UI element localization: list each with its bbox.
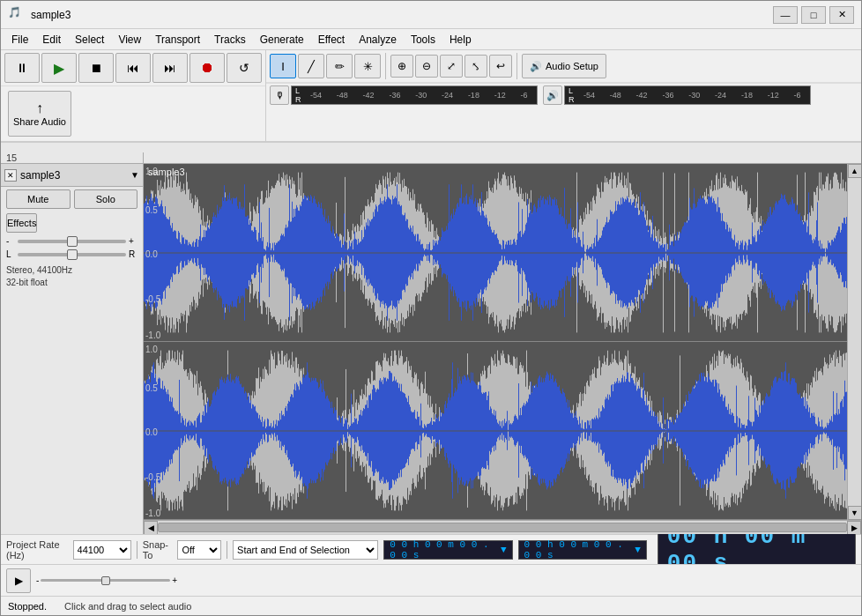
menu-item-effect[interactable]: Effect [311, 32, 352, 48]
menu-item-edit[interactable]: Edit [35, 32, 68, 48]
waveform-and-scroll: sample3 ▲ ▼ [144, 164, 861, 520]
waveform-main[interactable]: sample3 [144, 164, 847, 520]
minimize-button[interactable]: — [773, 6, 798, 24]
output-meter[interactable]: LR -54-48-42-36-30-24-18-12-6 [564, 85, 811, 105]
selection-tool-button[interactable]: I [270, 54, 296, 78]
hint-text: Click and drag to select audio [64, 601, 191, 612]
audio-setup-label: Audio Setup [546, 61, 598, 71]
hscroll-right-button[interactable]: ▶ [847, 521, 861, 535]
start-time-arrow[interactable]: ▼ [501, 545, 507, 555]
project-rate-select[interactable]: 44100 [73, 540, 131, 560]
status-text: Stopped. [8, 601, 47, 612]
zoom-in-button[interactable]: ⊕ [390, 55, 413, 78]
effects-button[interactable]: Effects [6, 213, 37, 233]
bottom-play-bar: ▶ - + [1, 564, 861, 596]
volume-slider[interactable] [18, 240, 126, 243]
vscroll-up-button[interactable]: ▲ [848, 164, 862, 178]
track-waveform-area: ✕ sample3 ▼ Mute Solo Effects - + [1, 164, 861, 534]
stop-button[interactable]: ⏹ [78, 53, 114, 83]
share-audio-button[interactable]: ↑ Share Audio [8, 91, 71, 137]
multi-tool-button[interactable]: ✳ [354, 54, 381, 78]
zoom-fit-project-button[interactable]: ⤢ [440, 55, 463, 78]
bottom-vol-minus: - [36, 575, 39, 585]
transport-toolbar: ⏸ ▶ ⏹ ⏮ ⏭ ⏺ ↺ [1, 50, 265, 86]
hscroll-track[interactable] [158, 521, 847, 534]
volume-plus-label: + [129, 236, 137, 246]
bottom-slider-thumb[interactable] [101, 576, 110, 585]
pause-button[interactable]: ⏸ [4, 53, 40, 83]
skip-end-button[interactable]: ⏭ [152, 53, 188, 83]
hscroll-thumb[interactable] [158, 523, 847, 532]
solo-button[interactable]: Solo [74, 189, 138, 209]
mute-solo-row: Mute Solo [1, 187, 143, 212]
separator-4 [227, 541, 227, 559]
envelope-tool-button[interactable]: ╱ [298, 54, 324, 78]
window-controls: — □ ✕ [773, 6, 854, 24]
timeline-ruler: 15 15 30 45 1:00 1:15 1:30 1:45 [1, 143, 861, 164]
menu-item-generate[interactable]: Generate [253, 32, 311, 48]
start-time-display[interactable]: 0 0 h 0 0 m 0 0 . 0 0 s ▼ [383, 540, 512, 560]
input-meter-ticks: -54-48-42-36-30-24-18-12-6 [303, 91, 536, 100]
maximize-button[interactable]: □ [801, 6, 826, 24]
project-rate-label: Project Rate (Hz) [6, 539, 68, 560]
vertical-scrollbar[interactable]: ▲ ▼ [847, 164, 861, 520]
audio-setup-button[interactable]: 🔊 Audio Setup [522, 54, 606, 78]
zoom-fit-selection-button[interactable]: ⤣ [464, 55, 487, 78]
zoom-out-button[interactable]: ⊖ [415, 55, 438, 78]
record-button[interactable]: ⏺ [189, 53, 225, 83]
menu-item-tracks[interactable]: Tracks [207, 32, 253, 48]
pan-thumb[interactable] [67, 249, 78, 260]
track-dropdown-arrow[interactable]: ▼ [130, 170, 139, 180]
input-meter[interactable]: LR -54-48-42-36-30-24-18-12-6 [291, 85, 538, 105]
input-meter-lr: LR [295, 86, 301, 104]
ruler-offset: 15 [6, 152, 17, 163]
menu-item-view[interactable]: View [111, 32, 148, 48]
menu-item-select[interactable]: Select [68, 32, 111, 48]
skip-start-button[interactable]: ⏮ [115, 53, 151, 83]
track-panel: ✕ sample3 ▼ Mute Solo Effects - + [1, 164, 144, 534]
meters-row: 🎙 LR -54-48-42-36-30-24-18-12-6 🔊 LR [266, 83, 861, 107]
start-time-value: 0 0 h 0 0 m 0 0 . 0 0 s [390, 539, 499, 560]
vscroll-down-button[interactable]: ▼ [848, 506, 862, 520]
play-button[interactable]: ▶ [41, 53, 77, 83]
track-close-button[interactable]: ✕ [4, 169, 17, 182]
share-audio-label: Share Audio [13, 116, 66, 127]
mute-button[interactable]: Mute [6, 189, 71, 209]
menu-item-file[interactable]: File [4, 32, 35, 48]
bottom-vol-plus: + [172, 575, 177, 585]
track-name: sample3 [20, 169, 130, 182]
menu-item-tools[interactable]: Tools [404, 32, 442, 48]
draw-tool-button[interactable]: ✏ [326, 54, 353, 78]
snap-to-label: Snap-To [143, 539, 173, 560]
title-bar: 🎵 sample3 — □ ✕ [1, 1, 861, 29]
bottom-play-button[interactable]: ▶ [6, 568, 31, 593]
end-time-value: 0 0 h 0 0 m 0 0 . 0 0 s [524, 539, 634, 560]
loop-button[interactable]: ↺ [227, 53, 262, 83]
title-text: sample3 [31, 9, 773, 21]
track-header: ✕ sample3 ▼ [1, 164, 143, 187]
menu-item-transport[interactable]: Transport [148, 32, 207, 48]
input-meter-button[interactable]: 🎙 [270, 85, 289, 105]
middle-section: 15 15 30 45 1:00 1:15 1:30 1:45 [1, 143, 861, 534]
volume-thumb[interactable] [67, 236, 78, 247]
vscroll-track[interactable] [848, 178, 861, 506]
waveform-canvas[interactable] [144, 164, 847, 520]
menu-item-analyze[interactable]: Analyze [352, 32, 404, 48]
zoom-undo-button[interactable]: ↩ [489, 55, 512, 78]
bottom-volume-slider[interactable]: - + [36, 573, 177, 589]
settings-bar: Project Rate (Hz) 44100 Snap-To Off Star… [1, 534, 861, 564]
output-meter-button[interactable]: 🔊 [543, 85, 562, 105]
close-button[interactable]: ✕ [829, 6, 854, 24]
horizontal-scrollbar[interactable]: ◀ ▶ [144, 520, 861, 534]
snap-to-select[interactable]: Off [177, 540, 221, 560]
end-time-arrow[interactable]: ▼ [635, 545, 641, 555]
track-format: Stereo, 44100Hz32-bit float [6, 265, 72, 287]
pan-slider[interactable] [18, 253, 126, 256]
audio-setup-icon: 🔊 [530, 61, 542, 72]
output-meter-group: 🔊 LR -54-48-42-36-30-24-18-12-6 [543, 85, 811, 105]
end-time-display[interactable]: 0 0 h 0 0 m 0 0 . 0 0 s ▼ [518, 540, 647, 560]
hscroll-left-button[interactable]: ◀ [144, 521, 158, 535]
menu-item-help[interactable]: Help [442, 32, 479, 48]
bottom-slider-track[interactable] [41, 579, 170, 582]
selection-format-select[interactable]: Start and End of Selection [233, 540, 378, 560]
